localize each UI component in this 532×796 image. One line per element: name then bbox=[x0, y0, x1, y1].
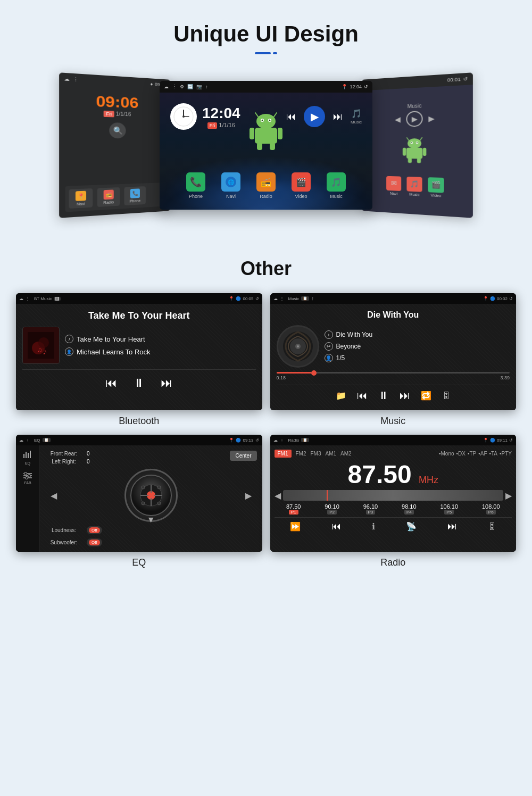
radio-tab-fm3[interactable]: FM3 bbox=[311, 451, 321, 457]
radio-next-btn[interactable]: ⏭ bbox=[447, 521, 457, 532]
music-pause-btn[interactable]: ⏸ bbox=[378, 389, 389, 402]
radio-preset-p4[interactable]: 98.10 P4 bbox=[402, 503, 417, 515]
radio-frequency-display: 87.50 MHz bbox=[275, 462, 512, 487]
eq-body: EQ FAB bbox=[16, 445, 262, 552]
eq-loudness: Loudness: Off bbox=[45, 526, 257, 534]
music-repeat-btn[interactable]: 🔁 bbox=[421, 391, 431, 401]
unique-ui-title: Unique UI Design bbox=[11, 21, 521, 47]
knob-left-arrow[interactable]: ◀ bbox=[51, 491, 57, 501]
svg-rect-28 bbox=[408, 157, 412, 163]
svg-rect-13 bbox=[278, 128, 282, 139]
eq-sidebar-eq[interactable]: EQ bbox=[22, 450, 33, 465]
radio-wifi-btn[interactable]: 📡 bbox=[406, 521, 417, 532]
bluetooth-screen: ☁⋮ BT Music 🅱 📍🔵 00:05 ↺ Take Me To Your… bbox=[16, 293, 262, 410]
svg-rect-12 bbox=[250, 128, 254, 139]
svg-point-60 bbox=[157, 502, 161, 505]
radio-topbar: ☁⋮ Radio 📋 📍🔵 09:11 ↺ bbox=[270, 435, 517, 445]
radio-body: FM1 FM2 FM3 AM1 AM2 •Mono•DX•TP•AF•TA•PT… bbox=[270, 445, 517, 552]
svg-rect-43 bbox=[30, 451, 31, 458]
svg-point-20 bbox=[408, 138, 421, 148]
music-topbar: ☁⋮ Music 📋 ↑ 📍🔵 00:02 ↺ bbox=[270, 293, 517, 304]
radio-label: Radio bbox=[380, 557, 405, 568]
svg-point-58 bbox=[157, 486, 161, 489]
eq-subwoofer-label: Subwoofer: bbox=[45, 540, 82, 545]
radio-preset-p3[interactable]: 96.10 P3 bbox=[363, 503, 378, 515]
music-screen: ☁⋮ Music 📋 ↑ 📍🔵 00:02 ↺ Die With You bbox=[270, 293, 517, 410]
eq-subwoofer-toggle[interactable]: Off bbox=[87, 538, 102, 546]
right-screen: 📍 00:01↺ Music ◀ ▶ ▶ bbox=[362, 72, 473, 218]
center-time: 12:04 bbox=[202, 105, 240, 122]
right-screen-body: Music ◀ ▶ ▶ bbox=[362, 85, 473, 218]
svg-rect-26 bbox=[403, 147, 406, 155]
bt-next-btn[interactable]: ⏭ bbox=[161, 376, 172, 390]
svg-rect-14 bbox=[257, 143, 262, 150]
app-music-center[interactable]: 🎵 Music bbox=[327, 172, 346, 199]
svg-rect-42 bbox=[28, 453, 29, 458]
radio-preset-p1[interactable]: 87.50 P1 bbox=[286, 503, 301, 515]
svg-point-9 bbox=[262, 120, 263, 121]
radio-preset-p2[interactable]: 90.10 P2 bbox=[325, 503, 339, 515]
eq-topbar: ☁⋮ EQ 📋 📍🔵 09:13 ↺ bbox=[16, 435, 262, 445]
radio-preset-p6[interactable]: 108.00 P6 bbox=[482, 503, 500, 515]
svg-point-57 bbox=[142, 486, 145, 489]
radio-tab-fm1[interactable]: FM1 bbox=[275, 450, 292, 458]
bt-body: Take Me To Your Heart ♪ ♫ bbox=[16, 304, 262, 410]
android-robot-right bbox=[401, 134, 428, 165]
radio-ff-btn[interactable]: ⏩ bbox=[290, 521, 301, 532]
svg-point-47 bbox=[24, 472, 27, 475]
app-video[interactable]: 🎬 Video bbox=[292, 172, 311, 199]
left-app-radio[interactable]: 📻 Radio bbox=[97, 187, 120, 207]
bt-track-name: ♪ Take Me to Your Heart bbox=[65, 335, 151, 343]
track-icon: ♪ bbox=[65, 335, 73, 343]
left-screen-body: 09:06 Fri 1/1/16 🔍 📍 Navi 📻 Radio bbox=[59, 85, 170, 218]
left-app-phone[interactable]: 📞 Phone bbox=[124, 186, 146, 205]
svg-point-23 bbox=[411, 142, 412, 143]
center-topbar: ☁⋮⚙🔄📷↑ 📍 12:04 ↺ bbox=[160, 81, 372, 93]
eq-center-button[interactable]: Center bbox=[230, 451, 256, 461]
music-album-art bbox=[277, 325, 319, 368]
bluetooth-panel: ☁⋮ BT Music 🅱 📍🔵 00:05 ↺ Take Me To Your… bbox=[16, 293, 262, 427]
bt-pause-btn[interactable]: ⏸ bbox=[133, 376, 145, 390]
eq-loudness-toggle[interactable]: Off bbox=[87, 526, 102, 534]
screens-container: ☁⋮ ♦09:06 09:06 Fri 1/1/16 🔍 📍 Navi bbox=[11, 70, 521, 220]
app-radio-center[interactable]: 📻 Radio bbox=[256, 172, 276, 199]
radio-tune-right[interactable]: ▶ bbox=[505, 491, 512, 501]
music-body: Die With You bbox=[270, 304, 517, 410]
radio-tab-fm2[interactable]: FM2 bbox=[296, 451, 306, 457]
radio-tab-am2[interactable]: AM2 bbox=[340, 451, 352, 457]
music-folder-btn[interactable]: 📁 bbox=[336, 391, 346, 401]
radio-tuner: ◀ ▶ bbox=[275, 490, 512, 501]
music-times: 0:18 3:39 bbox=[277, 375, 510, 380]
svg-rect-41 bbox=[26, 452, 27, 458]
radio-unit: MHz bbox=[419, 475, 438, 485]
eq-sidebar: EQ FAB bbox=[16, 445, 40, 552]
left-clock: 09:06 bbox=[65, 90, 165, 112]
radio-info-btn[interactable]: ℹ bbox=[372, 521, 375, 532]
radio-tabs: FM1 FM2 FM3 AM1 AM2 •Mono•DX•TP•AF•TA•PT… bbox=[275, 450, 512, 458]
bt-artist-name: 👤 Michael Learns To Rock bbox=[65, 347, 151, 356]
music-next-btn[interactable]: ⏭ bbox=[400, 389, 410, 402]
svg-point-24 bbox=[417, 142, 418, 143]
radio-eq-btn[interactable]: 🎛 bbox=[488, 522, 496, 532]
radio-panel: ☁⋮ Radio 📋 📍🔵 09:11 ↺ FM1 FM2 FM3 bbox=[270, 435, 517, 568]
center-clock: 12:04 Fri 1/1/16 bbox=[170, 103, 240, 130]
knob-right-arrow[interactable]: ▶ bbox=[245, 491, 252, 501]
eq-knob[interactable] bbox=[124, 469, 178, 522]
radio-prev-btn[interactable]: ⏮ bbox=[331, 521, 341, 532]
music-tracknum-row: 👤 1/5 bbox=[325, 354, 373, 362]
app-phone[interactable]: 📞 Phone bbox=[186, 172, 205, 199]
music-prev-btn[interactable]: ⏮ bbox=[357, 389, 368, 402]
music-song-title: Die With You bbox=[277, 310, 510, 320]
knob-down-arrow[interactable]: ▼ bbox=[147, 515, 155, 525]
radio-tune-left[interactable]: ◀ bbox=[275, 491, 281, 501]
radio-tab-am1[interactable]: AM1 bbox=[326, 451, 337, 457]
radio-presets: 87.50 P1 90.10 P2 96.10 P3 98.10 bbox=[275, 503, 512, 515]
bt-topbar: ☁⋮ BT Music 🅱 📍🔵 00:05 ↺ bbox=[16, 293, 262, 304]
eq-sidebar-fab[interactable]: FAB bbox=[22, 471, 33, 485]
radio-preset-p5[interactable]: 106.10 P5 bbox=[440, 503, 458, 515]
music-eq-btn[interactable]: 🎛 bbox=[442, 391, 451, 401]
app-navi[interactable]: 🌐 Navi bbox=[221, 172, 240, 199]
music-progress: 0:18 3:39 bbox=[277, 372, 510, 380]
left-app-navi[interactable]: 📍 Navi bbox=[69, 188, 93, 209]
bt-prev-btn[interactable]: ⏮ bbox=[105, 376, 117, 390]
